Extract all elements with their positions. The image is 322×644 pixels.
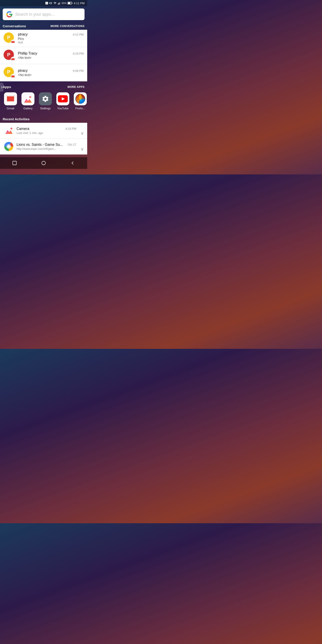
firefox-app-icon [74, 92, 87, 105]
conversation-name: ptracy [18, 32, 28, 36]
svg-point-24 [7, 145, 10, 148]
recent-activities-section: Recent Activities [0, 116, 87, 154]
gmail-icon [6, 96, 15, 102]
activity-time: Oct 17 [68, 143, 76, 146]
triangle-nav-icon [70, 160, 75, 166]
nfc-icon [45, 2, 48, 5]
svg-point-13 [29, 96, 31, 98]
conversation-content: ptracy 4:11 PM Pics Null [18, 32, 84, 44]
svg-rect-5 [72, 3, 72, 4]
conversation-content: ptracy 4:08 PM <No text> [18, 69, 84, 77]
search-bar[interactable]: Search in your apps... [3, 8, 84, 20]
app-label: Gallery [23, 107, 32, 110]
avatar-container: P [4, 32, 15, 44]
nav-bar [0, 157, 87, 169]
chrome-icon [4, 141, 14, 152]
gallery-app-icon [22, 92, 34, 105]
activity-item-espn[interactable]: Lions vs. Saints - Game Su... Oct 17 htt… [0, 139, 87, 154]
activity-name: Lions vs. Saints - Game Su... [16, 143, 63, 147]
svg-point-19 [10, 128, 12, 130]
conversation-item[interactable]: P ptracy 4:08 PM <No text> [0, 64, 87, 82]
nav-back-button[interactable] [70, 160, 76, 166]
conversation-time: 4:10 PM [73, 52, 84, 55]
status-icons: 65% 4:11 PM [45, 2, 84, 5]
svg-rect-25 [13, 161, 16, 165]
conversation-subject: <No text> [18, 73, 84, 77]
app-item-youtube[interactable]: YouTube [55, 92, 71, 110]
conversation-name: ptracy [18, 69, 28, 73]
vibrate-icon [49, 2, 52, 5]
activity-time: 4:10 PM [66, 127, 76, 130]
avatar-container: P [4, 50, 15, 61]
battery-percent: 65% [62, 2, 67, 4]
slide-handle[interactable] [0, 83, 4, 92]
app-label: Settings [40, 107, 51, 110]
signal-icon [58, 2, 61, 5]
camera-icon [4, 126, 14, 136]
conversation-item[interactable]: P ptracy 4:11 PM Pics Null [0, 30, 87, 47]
chevron-right-icon [1, 86, 3, 89]
app-item-gallery[interactable]: Gallery [20, 92, 36, 110]
activity-content: Camera 4:10 PM Last visit: 1 min. ago [16, 127, 76, 134]
avatar-container: P [4, 67, 15, 78]
apps-title: Apps [3, 85, 11, 89]
activity-desc: http://www.espn.com/nfl/gam... [16, 147, 76, 150]
svg-rect-2 [59, 2, 60, 4]
settings-gear-icon [42, 95, 49, 103]
conversations-title: Conversations [3, 24, 26, 28]
conversation-time: 4:08 PM [73, 69, 84, 72]
google-logo-icon [6, 11, 12, 18]
conversation-preview: Null [18, 41, 84, 44]
wifi-icon [53, 2, 57, 5]
search-placeholder: Search in your apps... [15, 12, 54, 17]
youtube-icon [58, 95, 68, 102]
conversation-header: ptracy 4:08 PM [18, 69, 84, 73]
app-item-settings[interactable]: Settings [38, 92, 53, 110]
activity-header: Camera 4:10 PM [16, 127, 76, 131]
svg-rect-1 [58, 3, 59, 4]
conversation-header: ptracy 4:11 PM [18, 32, 84, 36]
expand-icon[interactable]: ∨ [81, 147, 84, 152]
status-bar: 65% 4:11 PM [0, 0, 87, 6]
conversation-header: Phillip Tracy 4:10 PM [18, 52, 84, 56]
nav-recent-button[interactable] [12, 160, 18, 166]
activity-item-camera[interactable]: Camera 4:10 PM Last visit: 1 min. ago ∨ [0, 123, 87, 139]
expand-icon[interactable]: ∨ [81, 131, 84, 136]
chrome-app-icon [4, 141, 14, 152]
conversations-section-header: Conversations MORE CONVERSATIONS [0, 22, 87, 30]
app-item-firefox[interactable]: Firefo... [72, 92, 87, 110]
gmail-badge-icon [11, 74, 15, 78]
nav-home-button[interactable] [40, 160, 47, 166]
camera-app-icon [4, 126, 14, 136]
activity-header: Lions vs. Saints - Game Su... Oct 17 [16, 143, 76, 147]
conversation-content: Phillip Tracy 4:10 PM <No text> [18, 52, 84, 60]
app-label: Firefo... [75, 107, 85, 110]
time-display: 4:11 PM [74, 2, 84, 5]
svg-point-26 [42, 161, 46, 165]
activity-desc: Last visit: 1 min. ago [16, 131, 76, 134]
apps-grid: Gmail [0, 90, 87, 112]
settings-app-icon [39, 92, 52, 105]
recent-activities-title: Recent Activities [3, 117, 30, 121]
activity-content: Lions vs. Saints - Game Su... Oct 17 htt… [16, 143, 76, 150]
recent-activities-header: Recent Activities [0, 116, 87, 123]
conversation-name: Phillip Tracy [18, 52, 37, 56]
app-label: Gmail [7, 107, 14, 110]
more-conversations-button[interactable]: MORE CONVERSATIONS [50, 24, 84, 28]
svg-rect-0 [58, 4, 58, 5]
svg-rect-18 [4, 126, 14, 136]
battery-icon [68, 2, 72, 4]
apps-section-header: Apps MORE APPS [0, 83, 87, 90]
apps-section: Apps MORE APPS [0, 82, 87, 114]
youtube-app-icon [56, 92, 69, 105]
gallery-icon [23, 94, 33, 104]
svg-rect-6 [68, 2, 70, 4]
activity-list: Camera 4:10 PM Last visit: 1 min. ago ∨ [0, 123, 87, 154]
circle-nav-icon [41, 160, 46, 166]
more-apps-button[interactable]: MORE APPS [68, 86, 84, 88]
conversation-item[interactable]: P Phillip Tracy 4:10 PM <No text> [0, 47, 87, 64]
app-item-gmail[interactable]: Gmail [3, 92, 18, 110]
square-nav-icon [12, 160, 17, 166]
gmail-badge-icon [11, 57, 15, 61]
activity-name: Camera [16, 127, 29, 131]
